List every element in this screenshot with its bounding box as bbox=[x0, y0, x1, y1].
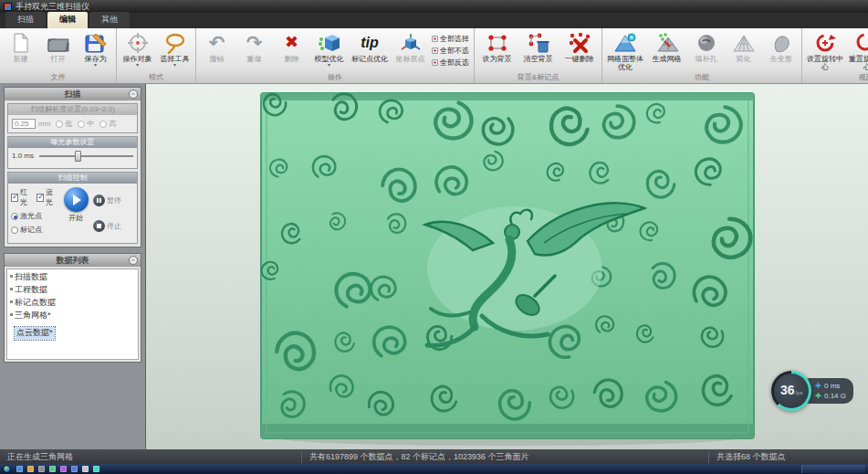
resolution-low-radio[interactable] bbox=[56, 121, 63, 128]
play-icon bbox=[73, 195, 81, 205]
button-label: 网格面整体优化 bbox=[604, 55, 646, 71]
window-title: 手持双光三维扫描仪 bbox=[16, 1, 89, 13]
clear-background-button[interactable]: 清空背景 bbox=[518, 29, 559, 72]
laser-point-radio[interactable] bbox=[11, 213, 18, 220]
taskbar-icon[interactable] bbox=[49, 466, 56, 472]
collapse-chevron-icon[interactable]: ^ bbox=[129, 256, 138, 265]
button-label: 打开 bbox=[51, 55, 66, 63]
ribbon-group-mode: 操作对象 ▾ 选择工具 ▾ 模式 bbox=[117, 28, 196, 83]
taskbar-icon[interactable] bbox=[38, 466, 45, 472]
invert-selection-button[interactable]: 全部反选 bbox=[432, 58, 469, 68]
button-label: 设置旋转中心 bbox=[804, 55, 846, 71]
scan-panel: 扫描 ^ 扫描解析度设置(0.03~2.0) mm 低 中 高 bbox=[4, 87, 141, 248]
ribbon-tab-bar: 扫描 编辑 其他 bbox=[0, 13, 868, 28]
blue-light-label: 蓝光 bbox=[46, 187, 58, 207]
start-scan-button[interactable] bbox=[64, 187, 89, 212]
exposure-slider-handle[interactable] bbox=[75, 151, 81, 162]
button-label: 生成网格 bbox=[653, 55, 682, 63]
3d-viewport[interactable]: 36 fps ✚0 ms ✚0.14 G bbox=[146, 84, 868, 449]
fill-holes-button[interactable]: 填补孔 bbox=[687, 29, 725, 72]
open-file-button[interactable]: 打开 bbox=[39, 29, 77, 72]
system-tray[interactable] bbox=[801, 465, 865, 473]
resolution-low-label: 低 bbox=[65, 119, 72, 129]
tab-scan[interactable]: 扫描 bbox=[5, 12, 46, 28]
denoise-button[interactable]: 去变形 bbox=[762, 29, 800, 72]
taskbar-icon[interactable] bbox=[16, 466, 23, 472]
pause-scan-button[interactable]: 暂停 bbox=[93, 195, 134, 206]
button-label: 清空背景 bbox=[524, 55, 553, 63]
blue-light-checkbox[interactable] bbox=[37, 194, 44, 202]
scan-control-box: 扫描控制 红光 蓝光 激光点 bbox=[7, 172, 138, 244]
latency-icon: ✚ bbox=[815, 381, 821, 391]
delete-button[interactable]: ✖ 删除 bbox=[273, 29, 310, 72]
collapse-chevron-icon[interactable]: ^ bbox=[129, 90, 138, 99]
select-all-icon bbox=[432, 36, 438, 42]
taskbar-icon[interactable] bbox=[60, 466, 67, 472]
taskbar-icon[interactable] bbox=[93, 466, 99, 472]
list-item-triangle-mesh[interactable]: 三角网格* bbox=[7, 310, 138, 322]
ribbon-group-label: 操作 bbox=[196, 72, 474, 83]
clear-markers-trash-icon bbox=[527, 30, 550, 55]
start-button[interactable] bbox=[3, 465, 11, 473]
resolution-mid-radio[interactable] bbox=[78, 121, 85, 128]
taskbar-icon[interactable] bbox=[82, 466, 89, 472]
scanned-model[interactable] bbox=[254, 88, 761, 449]
stop-scan-button[interactable]: 停止 bbox=[93, 220, 134, 232]
reset-rotation-center-button[interactable]: R 重置旋转中心 bbox=[846, 29, 868, 72]
generate-mesh-icon bbox=[655, 30, 679, 55]
one-key-delete-button[interactable]: 一键删除 bbox=[559, 29, 600, 72]
marker-point-radio[interactable] bbox=[11, 226, 18, 234]
smooth-shape-icon bbox=[769, 30, 793, 55]
set-rotation-center-button[interactable]: 设置旋转中心 bbox=[804, 29, 846, 72]
fps-value: 36 bbox=[780, 384, 795, 396]
memory-value: 0.14 G bbox=[824, 391, 846, 401]
new-file-button[interactable]: 新建 bbox=[2, 29, 39, 72]
taskbar-icon[interactable] bbox=[27, 466, 34, 472]
resolution-unit: mm bbox=[38, 120, 50, 128]
undo-button[interactable]: ↶ 撤销 bbox=[198, 29, 235, 72]
status-selection-stats: 共选择68 个数据点 bbox=[708, 451, 868, 463]
exposure-slider[interactable] bbox=[39, 155, 133, 157]
operate-object-button[interactable]: 操作对象 ▾ bbox=[119, 29, 156, 72]
new-file-icon bbox=[10, 30, 32, 55]
button-label: 坐标原点 bbox=[396, 55, 425, 63]
generate-mesh-button[interactable]: 生成网格 bbox=[646, 29, 687, 72]
delete-markers-icon bbox=[568, 30, 591, 55]
list-item-marker-data[interactable]: 标记点数据 bbox=[7, 297, 138, 310]
list-item-point-cloud[interactable]: 点云数据* bbox=[15, 327, 55, 340]
ribbon-group-view: 设置旋转中心 R 重置旋转中心 最佳视图 视图 bbox=[802, 28, 868, 83]
tip-logo-icon: tip bbox=[361, 30, 379, 55]
red-light-checkbox[interactable] bbox=[11, 194, 18, 202]
data-list: 扫描数据 工程数据 标记点数据 三角网格* 点云数据* bbox=[6, 269, 139, 360]
link-label: 全部不选 bbox=[440, 46, 469, 56]
simplify-button[interactable]: 简化 bbox=[725, 29, 762, 72]
tab-other[interactable]: 其他 bbox=[89, 12, 130, 28]
deselect-all-button[interactable]: 全部不选 bbox=[432, 46, 469, 56]
dropdown-arrow-icon: ▾ bbox=[136, 63, 139, 67]
save-as-button[interactable]: 保存为 ▾ bbox=[77, 29, 114, 72]
redo-button[interactable]: ↷ 重做 bbox=[235, 29, 273, 72]
resolution-settings-box: 扫描解析度设置(0.03~2.0) mm 低 中 高 bbox=[7, 103, 138, 133]
ribbon-group-label: 视图 bbox=[802, 72, 868, 83]
taskbar-icon[interactable] bbox=[71, 466, 78, 472]
coordinate-origin-button[interactable]: 坐标原点 bbox=[392, 29, 429, 72]
resolution-high-radio[interactable] bbox=[99, 121, 107, 128]
select-tool-button[interactable]: 选择工具 ▾ bbox=[156, 29, 193, 72]
list-item-project-data[interactable]: 工程数据 bbox=[7, 284, 138, 297]
resolution-input[interactable] bbox=[12, 119, 36, 129]
pause-label: 暂停 bbox=[107, 195, 121, 205]
model-optimize-button[interactable]: 模型优化 ▾ bbox=[310, 29, 348, 72]
select-all-button[interactable]: 全部选择 bbox=[432, 34, 469, 44]
scanner-app-window: 手持双光三维扫描仪 扫描 编辑 其他 新建 打开 bbox=[0, 0, 868, 474]
marker-optimize-button[interactable]: tip 标记点优化 bbox=[348, 29, 392, 72]
simplify-triangle-icon bbox=[732, 30, 756, 55]
list-item-scan-data[interactable]: 扫描数据 bbox=[7, 271, 138, 284]
target-crosshair-icon bbox=[126, 30, 150, 55]
fps-ring: 36 fps bbox=[771, 371, 811, 411]
pause-icon bbox=[93, 195, 105, 206]
set-background-button[interactable]: 设为背景 bbox=[476, 29, 518, 72]
dropdown-arrow-icon: ▾ bbox=[173, 63, 176, 67]
tab-edit[interactable]: 编辑 bbox=[47, 12, 88, 28]
data-list-panel: 数据列表 ^ 扫描数据 工程数据 标记点数据 三角网格* 点云数据* bbox=[4, 253, 141, 363]
mesh-global-optimize-button[interactable]: 网格面整体优化 bbox=[604, 29, 646, 72]
